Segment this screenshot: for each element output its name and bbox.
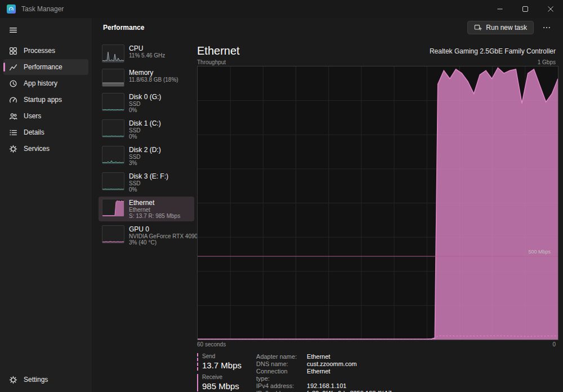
perf-item-title: GPU 0	[129, 225, 191, 233]
perf-item-title: Disk 1 (C:)	[129, 119, 161, 127]
sidebar-item-label: Details	[24, 128, 44, 136]
minimize-button[interactable]	[487, 0, 512, 18]
send-stat: Send 13.7 Mbps	[197, 353, 242, 371]
performance-list: CPU 11% 5.46 GHz Memory 11.8/63.8 GB (18…	[99, 37, 194, 392]
sidebar-item-label: Services	[24, 145, 50, 153]
perf-item-subtitle: S: 13.7 R: 985 Mbps	[129, 213, 180, 219]
processes-icon	[9, 47, 17, 55]
chart-top-labels: Throughput 1 Gbps	[197, 57, 556, 65]
main-content: Performance Run new task	[92, 18, 563, 392]
performance-page: CPU 11% 5.46 GHz Memory 11.8/63.8 GB (18…	[92, 37, 563, 392]
x-axis-right-label: 0	[552, 341, 556, 349]
perf-item-subtitle: SSD	[129, 101, 161, 107]
sidebar-item-startup-apps[interactable]: Startup apps	[3, 92, 88, 108]
ref-line-label: 500 Mbps	[528, 249, 551, 255]
gpu-mini-chart	[102, 225, 124, 243]
sidebar-item-services[interactable]: Services	[3, 141, 88, 157]
new-task-icon	[474, 24, 482, 32]
perf-item-title: Disk 2 (D:)	[129, 146, 161, 154]
perf-item-disk-0[interactable]: Disk 0 (G:) SSD 0%	[99, 91, 194, 115]
perf-item-cpu[interactable]: CPU 11% 5.46 GHz	[99, 42, 194, 65]
sidebar-item-processes[interactable]: Processes	[3, 43, 88, 59]
perf-item-subtitle: 0%	[129, 133, 161, 140]
perf-item-subtitle: 0%	[129, 186, 168, 193]
sidebar-item-label: Users	[24, 112, 41, 120]
perf-item-subtitle: 11% 5.46 GHz	[129, 52, 165, 59]
send-receive-stats: Send 13.7 Mbps Receive 985 Mbps	[197, 353, 242, 392]
ethernet-detail-panel: Ethernet Realtek Gaming 2.5GbE Family Co…	[194, 37, 563, 392]
perf-item-title: Memory	[129, 69, 178, 77]
perf-item-subtitle: 3%	[129, 160, 161, 166]
ethernet-throughput-chart	[197, 66, 558, 340]
perf-item-title: Disk 0 (G:)	[129, 93, 161, 101]
perf-item-text: Disk 1 (C:) SSD 0%	[129, 119, 161, 140]
receive-value: 985 Mbps	[202, 381, 242, 391]
titlebar-left: Task Manager	[0, 5, 487, 14]
maximize-button[interactable]	[512, 0, 538, 18]
perf-item-text: GPU 0 NVIDIA GeForce RTX 4090 3% (40 °C)	[129, 225, 191, 246]
send-label: Send	[202, 353, 242, 360]
perf-item-subtitle: 11.8/63.8 GB (18%)	[129, 77, 178, 83]
perf-item-text: Disk 0 (G:) SSD 0%	[129, 93, 161, 113]
sidebar-item-users[interactable]: Users	[3, 108, 88, 124]
chart-y-max-label: 1 Gbps	[538, 59, 556, 65]
field-value: fe80::2f4f:a6de:3350:198d%17	[307, 390, 391, 392]
adapter-fields: Adapter name: Ethernet DNS name: cust.zz…	[256, 353, 391, 392]
sidebar-item-label: Processes	[24, 47, 55, 55]
perf-item-subtitle: 3% (40 °C)	[129, 239, 191, 246]
window-title: Task Manager	[21, 5, 64, 13]
chart-x-axis-labels: 60 seconds 0	[197, 341, 556, 349]
adapter-model: Realtek Gaming 2.5GbE Family Controller	[430, 47, 556, 55]
sidebar-item-performance[interactable]: Performance	[3, 59, 88, 75]
perf-item-subtitle: NVIDIA GeForce RTX 4090	[129, 233, 191, 239]
sidebar-item-label: App history	[24, 79, 57, 87]
run-new-task-label: Run new task	[486, 24, 527, 32]
cpu-mini-chart	[102, 44, 124, 63]
field-label: Connection type:	[256, 368, 301, 382]
field-value: 192.168.1.101	[307, 382, 391, 390]
perf-item-gpu-0[interactable]: GPU 0 NVIDIA GeForce RTX 4090 3% (40 °C)	[99, 223, 194, 248]
perf-item-ethernet[interactable]: Ethernet Ethernet S: 13.7 R: 985 Mbps	[99, 197, 194, 221]
sidebar-item-details[interactable]: Details	[3, 124, 88, 140]
perf-item-subtitle: SSD	[129, 180, 168, 186]
sidebar-item-app-history[interactable]: App history	[3, 75, 88, 91]
ellipsis-icon	[543, 24, 551, 32]
perf-item-subtitle: Ethernet	[129, 207, 180, 213]
field-value: Ethernet	[307, 368, 391, 382]
field-label: DNS name:	[256, 360, 301, 368]
startup-apps-icon	[9, 96, 17, 104]
window-controls	[487, 0, 563, 18]
task-manager-window: Task Manager	[0, 0, 563, 392]
throughput-chart-container: 500 Mbps	[197, 66, 558, 340]
sidebar-item-label: Startup apps	[24, 96, 62, 104]
receive-stat: Receive 985 Mbps	[197, 374, 242, 391]
sidebar-item-settings[interactable]: Settings	[3, 372, 88, 387]
sidebar-item-label: Settings	[24, 376, 48, 384]
perf-item-text: CPU 11% 5.46 GHz	[129, 44, 165, 63]
perf-item-disk-2[interactable]: Disk 2 (D:) SSD 3%	[99, 144, 194, 168]
perf-item-memory[interactable]: Memory 11.8/63.8 GB (18%)	[99, 66, 194, 89]
close-button[interactable]	[538, 0, 563, 18]
details-icon	[9, 128, 17, 137]
field-label: IPv4 address:	[256, 382, 301, 390]
perf-item-text: Disk 2 (D:) SSD 3%	[129, 146, 161, 166]
disk1-mini-chart	[102, 119, 124, 137]
detail-title: Ethernet	[197, 44, 240, 57]
perf-item-disk-1[interactable]: Disk 1 (C:) SSD 0%	[99, 117, 194, 142]
detail-header: Ethernet Realtek Gaming 2.5GbE Family Co…	[197, 43, 556, 57]
perf-item-subtitle: SSD	[129, 127, 161, 133]
perf-item-subtitle: 0%	[129, 107, 161, 113]
selected-indicator	[3, 63, 5, 72]
nav-menu-button[interactable]	[3, 21, 88, 38]
perf-item-text: Memory 11.8/63.8 GB (18%)	[129, 69, 178, 87]
disk3-mini-chart	[102, 172, 124, 190]
header-actions: Run new task	[467, 21, 555, 34]
chart-y-axis-title: Throughput	[197, 59, 226, 65]
x-axis-left-label: 60 seconds	[197, 341, 226, 349]
disk2-mini-chart	[102, 146, 124, 164]
more-options-button[interactable]	[538, 21, 555, 34]
perf-item-title: Disk 3 (E: F:)	[129, 172, 168, 180]
perf-item-text: Ethernet Ethernet S: 13.7 R: 985 Mbps	[129, 199, 180, 219]
run-new-task-button[interactable]: Run new task	[467, 21, 534, 34]
perf-item-disk-3[interactable]: Disk 3 (E: F:) SSD 0%	[99, 170, 194, 195]
